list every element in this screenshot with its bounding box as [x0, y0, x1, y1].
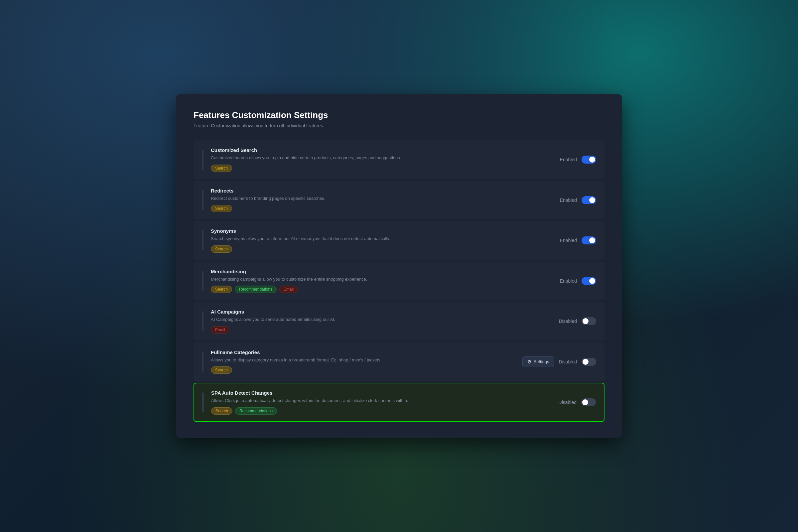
feature-bar	[202, 311, 204, 331]
feature-description: Customized search allows you to pin and …	[211, 155, 560, 161]
tag-search: Search	[211, 205, 232, 212]
feature-toggle[interactable]	[581, 398, 596, 406]
toggle-thumb	[583, 359, 589, 365]
tag-search: Search	[211, 407, 232, 415]
feature-controls: Disabled	[559, 317, 596, 325]
feature-tags: Email	[211, 326, 559, 334]
toggle-track	[582, 317, 596, 325]
toggle-track	[581, 398, 596, 406]
feature-controls: Enabled	[560, 236, 596, 244]
feature-content: SynonymsSearch synonyms allow you to inf…	[211, 228, 560, 253]
tag-email: Email	[279, 286, 298, 293]
toggle-thumb	[582, 399, 588, 405]
feature-bar	[202, 230, 204, 250]
tag-recommendations: Recommendations	[235, 407, 277, 415]
feature-bar	[202, 392, 204, 412]
toggle-track	[582, 358, 596, 366]
feature-name: Synonyms	[211, 228, 560, 234]
feature-tags: Search	[211, 205, 560, 212]
feature-controls: Enabled	[560, 277, 596, 285]
feature-toggle[interactable]	[582, 236, 596, 244]
status-label: Enabled	[560, 157, 577, 162]
status-label: Disabled	[559, 319, 577, 324]
feature-row-ai-campaigns: AI CampaignsAI Campaigns allows you to s…	[193, 302, 605, 341]
feature-toggle[interactable]	[582, 358, 596, 366]
feature-controls: Enabled	[560, 196, 596, 204]
status-label: Enabled	[560, 197, 577, 203]
feature-tags: Search	[211, 245, 560, 253]
feature-tags: SearchRecommendations	[211, 407, 558, 415]
toggle-track	[582, 236, 596, 244]
feature-toggle[interactable]	[582, 277, 596, 285]
feature-name: AI Campaigns	[211, 309, 559, 315]
feature-description: Search synonyms allow you to inform our …	[211, 235, 560, 242]
feature-name: SPA Auto Detect Changes	[211, 390, 558, 396]
feature-toggle[interactable]	[582, 317, 596, 325]
main-card: Features Customization Settings Feature …	[176, 94, 622, 438]
feature-description: Redirect customers to branding pages on …	[211, 195, 560, 202]
feature-row-synonyms: SynonymsSearch synonyms allow you to inf…	[193, 221, 605, 260]
feature-content: Fullname CategoriesAllows you to display…	[211, 349, 522, 374]
toggle-thumb	[589, 238, 595, 243]
feature-name: Customized Search	[211, 147, 560, 153]
feature-content: SPA Auto Detect ChangesAllows Clerk.js t…	[211, 390, 558, 415]
feature-content: RedirectsRedirect customers to branding …	[211, 188, 560, 212]
feature-tags: Search	[211, 366, 522, 374]
feature-row-merchandising: MerchandisingMerchandising campaigns all…	[193, 262, 605, 300]
status-label: Enabled	[560, 278, 577, 284]
settings-icon: ⚙	[527, 359, 532, 364]
feature-controls: Disabled	[558, 398, 596, 406]
feature-description: Allows you to display category names in …	[211, 357, 522, 363]
feature-row-spa-auto-detect: SPA Auto Detect ChangesAllows Clerk.js t…	[193, 383, 605, 422]
feature-row-redirects: RedirectsRedirect customers to branding …	[193, 181, 605, 220]
status-label: Enabled	[560, 238, 577, 243]
feature-description: Merchandising campaigns allow you to cus…	[211, 276, 560, 283]
feature-bar	[202, 190, 204, 210]
feature-list: Customized SearchCustomized search allow…	[193, 140, 605, 422]
feature-description: AI Campaigns allows you to send automate…	[211, 316, 559, 323]
tag-recommendations: Recommendations	[235, 286, 277, 293]
feature-description: Allows Clerk.js to automatically detect …	[211, 397, 558, 404]
feature-controls: Enabled	[560, 156, 596, 164]
toggle-track	[582, 196, 596, 204]
feature-content: MerchandisingMerchandising campaigns all…	[211, 269, 560, 293]
tag-search: Search	[211, 245, 232, 253]
feature-name: Fullname Categories	[211, 349, 522, 355]
feature-bar	[202, 150, 204, 170]
page-title: Features Customization Settings	[193, 110, 605, 120]
tag-email: Email	[211, 326, 229, 334]
toggle-thumb	[589, 278, 595, 284]
feature-tags: SearchRecommendationsEmail	[211, 286, 560, 293]
feature-name: Redirects	[211, 188, 560, 193]
status-label: Disabled	[559, 359, 577, 364]
settings-label: Settings	[534, 359, 549, 364]
feature-content: Customized SearchCustomized search allow…	[211, 147, 560, 172]
toggle-track	[582, 277, 596, 285]
tag-search: Search	[211, 366, 232, 374]
toggle-thumb	[583, 318, 589, 324]
settings-button[interactable]: ⚙Settings	[522, 357, 554, 367]
toggle-thumb	[589, 157, 595, 163]
feature-row-customized-search: Customized SearchCustomized search allow…	[193, 140, 605, 179]
feature-row-fullname-categories: Fullname CategoriesAllows you to display…	[193, 342, 605, 381]
tag-search: Search	[211, 165, 232, 172]
feature-controls: ⚙SettingsDisabled	[522, 357, 596, 367]
status-label: Disabled	[558, 400, 576, 405]
feature-toggle[interactable]	[582, 156, 596, 164]
feature-toggle[interactable]	[582, 196, 596, 204]
toggle-track	[582, 156, 596, 164]
feature-bar	[202, 352, 204, 372]
feature-tags: Search	[211, 165, 560, 172]
page-subtitle: Feature Customization allows you to turn…	[193, 123, 605, 128]
tag-search: Search	[211, 286, 232, 293]
feature-content: AI CampaignsAI Campaigns allows you to s…	[211, 309, 559, 334]
feature-name: Merchandising	[211, 269, 560, 274]
toggle-thumb	[589, 197, 595, 203]
feature-bar	[202, 271, 204, 291]
